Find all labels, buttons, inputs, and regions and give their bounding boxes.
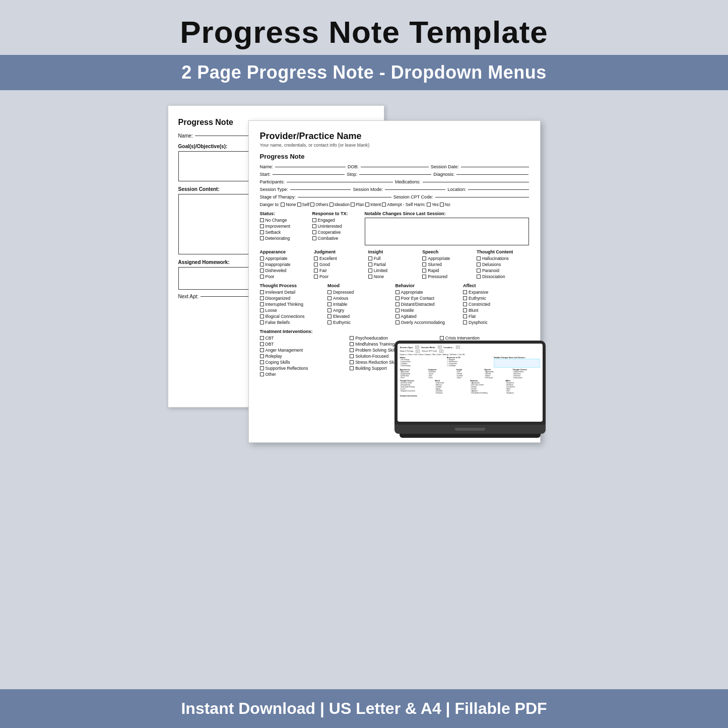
status-setback: Setback [260,230,310,235]
laptop-judgment: Judgment☐Excellent☐Good☐Fair☐Poor [428,369,455,379]
speech-appropriate: Appropriate [422,256,475,261]
danger-none-cb[interactable] [281,203,285,207]
danger-others-label: Others [315,202,328,207]
status-col: Status: No Change Improvement Setback De… [260,211,310,245]
provider-sub: Your name, credentials, or contact info … [260,143,529,148]
insight-col: Insight Full Partial Limited None [368,249,421,280]
danger-row: Danger to: None Self Others Ideation Pla… [260,202,529,207]
laptop-hinge [455,428,485,431]
danger-no-cb[interactable] [440,203,444,207]
affect-flat: Flat [463,314,529,319]
header-subtitle: 2 Page Progress Note - Dropdown Menus [0,55,728,90]
laptop-screen-session-type: Session Type: [400,346,414,349]
laptop-behavior: Behavior☐Appropriate☐Poor Eye Contact☐Di… [471,380,505,394]
laptop-screen-session-mode: Session Mode: [421,346,435,349]
danger-to-label: Danger to: [260,202,280,207]
danger-plan-cb[interactable] [351,203,355,207]
laptop-response-items: ☐ Engaged☐ Uninterested☐ Cooperative☐ Co… [447,359,493,367]
affect-dysphoric: Dysphoric [463,320,529,325]
laptop-dropdown-stage: ▾ [416,350,420,353]
danger-self-cb[interactable] [297,203,301,207]
laptop-screen-content: Session Type: ▾ Session Mode: ▾ Location… [398,344,543,399]
mood-angry: Angry [327,308,393,313]
danger-ideation-label: Ideation [335,202,350,207]
insight-limited: Limited [368,268,421,273]
treat-col1: CBT DBT Anger Management Roleplay Coping… [260,336,349,378]
affect-euthymic: Euthymic [463,296,529,301]
status-deteriorating: Deteriorating [260,236,310,241]
notable-col: Notable Changes Since Last Session: [365,211,529,245]
session-type-field [290,189,351,190]
mood-title: Mood [327,283,393,288]
laptop-notable-col: Notable Changes Since Last Session: [494,357,540,368]
judgment-good: Good [314,262,366,267]
footer: Instant Download | US Letter & A4 | Fill… [0,689,728,728]
status-title: Status: [260,211,310,216]
appearance-col: Appearance Appropriate Inappropriate Dis… [260,249,312,280]
laptop-stage-label: Stage of Therapy: [400,350,414,352]
affect-blunt: Blunt [463,308,529,313]
danger-intent-cb[interactable] [365,203,369,207]
session-date-label: Session Date: [431,164,459,169]
laptop-affect: Affect☐Expansive☐Euthymic☐Constricted☐Bl… [506,380,540,394]
participants-label: Participants: [260,179,285,184]
speech-title: Speech [422,249,475,254]
treat-cbt: CBT [260,336,349,341]
laptop-status-col: Status: ☐ No Change☐ Improvement☐ Setbac… [400,357,446,368]
stage-label: Stage of Therapy: [260,194,296,200]
name-dob-row: Name: DOB: Session Date: [260,164,529,169]
tp-disorganized: Disorganized [260,296,326,301]
name-field [275,167,346,167]
speech-slurred: Slurred [422,262,475,267]
session-type-row: Session Type: Session Mode: Location: [260,187,529,192]
treat-dbt: DBT [260,342,349,347]
laptop-status-items: ☐ No Change☐ Improvement☐ Setback☐ Deter… [400,359,446,367]
insight-full: Full [368,256,421,261]
stop-label: Stop: [347,172,357,177]
insight-partial: Partial [368,262,421,267]
notable-textbox [365,218,529,245]
laptop: Session Type: ▾ Session Mode: ▾ Location… [394,341,546,438]
participants-field [287,182,393,182]
session-type-label: Session Type: [260,187,288,192]
appearance-title: Appearance [260,249,312,254]
laptop-dropdown-location: ▾ [456,346,460,349]
mental-status-row2: Thought Process Irrelevant Detail Disorg… [260,283,529,326]
laptop-danger-row: Danger to: ☐None ☐Self ☐Others ☐Ideation… [400,354,540,356]
dob-field [361,167,429,167]
provider-name: Provider/Practice Name [260,131,529,142]
mood-col: Mood Depressed Anxious Irritable Angry E… [327,283,393,326]
laptop-cpt-label: Session CPT Code: [422,350,437,352]
affect-title: Affect [463,283,529,288]
danger-attempt-cb[interactable] [382,203,386,207]
danger-ideation-cb[interactable] [329,203,334,207]
judgment-fair: Fair [314,268,366,273]
laptop-response-col: Response to TX: ☐ Engaged☐ Uninterested☐… [447,357,493,368]
session-mode-field [385,189,446,190]
page-title: Progress Note Template [10,14,718,50]
speech-rapid: Rapid [422,268,475,273]
status-improvement: Improvement [260,224,310,229]
laptop-status-grid: Status: ☐ No Change☐ Improvement☐ Setbac… [400,357,540,368]
tp-title: Thought Process [260,283,326,288]
danger-yes-cb[interactable] [427,203,431,207]
laptop-foot [400,434,541,438]
subtitle-text: 2 Page Progress Note - Dropdown Menus [10,62,718,83]
danger-others-cb[interactable] [310,203,314,207]
document-stack: Progress Note Name: Goal(s)/Objective(s)… [168,105,561,438]
footer-text: Instant Download | US Letter & A4 | Fill… [10,699,718,718]
participants-row: Participants: Medications: [260,179,529,184]
header-top: Progress Note Template [0,0,728,55]
session-date-field [461,167,529,167]
laptop-dropdown-session: ▾ [415,346,419,349]
main-content: Progress Note Name: Goal(s)/Objective(s)… [0,90,728,689]
laptop-screen-location: Location... [444,346,454,349]
beh-hostile: Hostile [395,308,461,313]
laptop-insight: Insight☐Full☐Partial☐Limited☐None [456,369,484,379]
laptop-speech: Speech☐Appropriate☐Slurred☐Rapid☐Pressur… [485,369,512,379]
appearance-inappropriate: Inappropriate [260,262,312,267]
thought-process-col: Thought Process Irrelevant Detail Disorg… [260,283,326,326]
mood-elevated: Elevated [327,314,393,319]
laptop-base [394,425,546,434]
laptop-screen-stage-row: Stage of Therapy: ▾ Session CPT Code: ▾ [400,350,540,353]
